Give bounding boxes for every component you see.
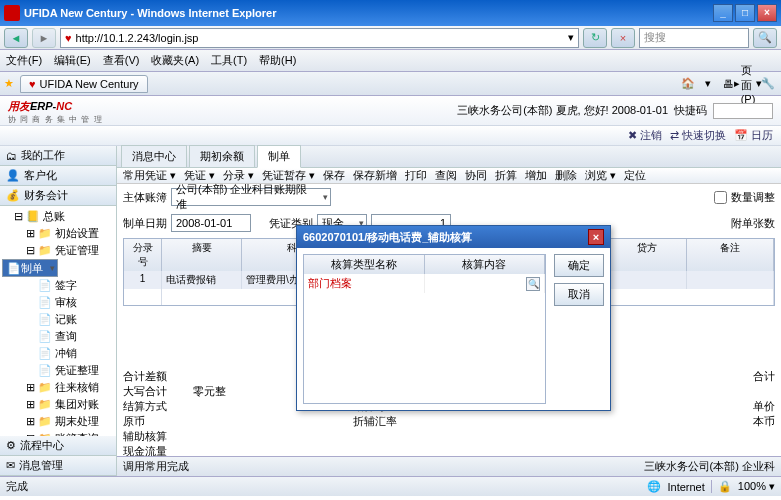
tree-arap[interactable]: ⊞ 📁 往来核销 xyxy=(2,379,114,396)
erp-header: 用友ERP-NC 协 同 商 务 集 中 管 理 三峡水务公司(本部) 夏虎, … xyxy=(0,96,781,126)
aux-dialog: 6602070101/移动电话费_辅助核算 × 核算类型名称 核算内容 部门档案… xyxy=(296,225,611,411)
dlg-lookup-icon[interactable]: 🔍 xyxy=(526,277,540,291)
close-button[interactable]: × xyxy=(757,4,777,22)
tree-reverse[interactable]: 📄 冲销 xyxy=(2,345,114,362)
content-statusbar: 调用常用完成 三峡水务公司(本部) 企业科 xyxy=(117,456,781,476)
tree-gl[interactable]: ⊟ 📒 总账 xyxy=(2,208,114,225)
menu-view[interactable]: 查看(V) xyxy=(103,53,140,68)
tree-voucher-mgmt[interactable]: ⊟ 📁 凭证管理 xyxy=(2,242,114,259)
tb-print[interactable]: 打印 xyxy=(405,168,427,183)
status-text: 完成 xyxy=(6,479,28,494)
dialog-titlebar[interactable]: 6602070101/移动电话费_辅助核算 × xyxy=(297,226,610,248)
menu-file[interactable]: 文件(F) xyxy=(6,53,42,68)
dlg-col1: 核算类型名称 xyxy=(304,255,425,274)
browser-tab[interactable]: ♥ UFIDA New Century xyxy=(20,75,148,93)
tree-query[interactable]: 📄 查询 xyxy=(2,328,114,345)
fav-icon[interactable]: ★ xyxy=(4,77,14,90)
feed-icon[interactable]: ▾ xyxy=(699,75,717,93)
qty-checkbox[interactable] xyxy=(714,191,727,204)
qty-label: 数量调整 xyxy=(731,190,775,205)
tb-tempsave[interactable]: 凭证暂存 ▾ xyxy=(262,168,315,183)
tab-voucher[interactable]: 制单 xyxy=(257,145,301,168)
ie-statusbar: 完成 🌐 Internet 🔒 100% ▾ xyxy=(0,476,781,496)
search-go-button[interactable]: 🔍 xyxy=(753,28,777,48)
dialog-ok-button[interactable]: 确定 xyxy=(554,254,604,277)
maximize-button[interactable]: □ xyxy=(735,4,755,22)
sidebar-group-process[interactable]: ⚙ 流程中心 xyxy=(0,436,116,456)
tab-msgcenter[interactable]: 消息中心 xyxy=(121,145,187,167)
search-input[interactable]: 搜搜 xyxy=(639,28,749,48)
tb-savenew[interactable]: 保存新增 xyxy=(353,168,397,183)
dialog-close-button[interactable]: × xyxy=(588,229,604,245)
tb-delete[interactable]: 删除 xyxy=(555,168,577,183)
date-field[interactable]: 2008-01-01 xyxy=(171,214,251,232)
url-input[interactable]: ♥ http://10.1.2.243/login.jsp ▾ xyxy=(60,28,579,48)
switch-link[interactable]: ⇄ 快速切换 xyxy=(670,128,726,143)
erp-logo: 用友ERP-NC xyxy=(8,97,103,114)
tab-favicon-icon: ♥ xyxy=(29,78,36,90)
tb-voucher[interactable]: 凭证 ▾ xyxy=(184,168,215,183)
tree-cleanup[interactable]: 📄 凭证整理 xyxy=(2,362,114,379)
window-title: UFIDA New Century - Windows Internet Exp… xyxy=(24,7,277,19)
sidebar-group-message[interactable]: ✉ 消息管理 xyxy=(0,456,116,476)
filter-row1: 主体账簿 公司(本部) 企业科目账期限准 数量调整 xyxy=(117,184,781,210)
net-label: Internet xyxy=(667,481,704,493)
logo-subtitle: 协 同 商 务 集 中 管 理 xyxy=(8,114,103,125)
minimize-button[interactable]: _ xyxy=(713,4,733,22)
dialog-title: 6602070101/移动电话费_辅助核算 xyxy=(303,230,472,245)
nav-tree: ⊟ 📒 总账 ⊞ 📁 初始设置 ⊟ 📁 凭证管理 📄 制单 📄 签字 📄 审核 … xyxy=(0,206,116,436)
sidebar-group-mywork[interactable]: 🗂 我的工作 xyxy=(0,146,116,166)
window-titlebar: UFIDA New Century - Windows Internet Exp… xyxy=(0,0,781,26)
net-icon: 🌐 xyxy=(647,480,661,493)
tb-add[interactable]: 增加 xyxy=(525,168,547,183)
tree-post[interactable]: 📄 记账 xyxy=(2,311,114,328)
tree-group-recon[interactable]: ⊞ 📁 集团对账 xyxy=(2,396,114,413)
sidebar-group-finance[interactable]: 💰 财务会计 xyxy=(0,186,116,206)
refresh-button[interactable]: ↻ xyxy=(583,28,607,48)
tb-browse[interactable]: 浏览 ▾ xyxy=(585,168,616,183)
tb-entry[interactable]: 分录 ▾ xyxy=(223,168,254,183)
logoff-link[interactable]: ✖ 注销 xyxy=(628,128,662,143)
home-icon[interactable]: 🏠 xyxy=(679,75,697,93)
content-tabs: 消息中心 期初余额 制单 xyxy=(117,146,781,168)
tree-create-voucher[interactable]: 📄 制单 xyxy=(2,259,58,277)
sidebar-group-customer[interactable]: 👤 客户化 xyxy=(0,166,116,186)
dialog-table: 核算类型名称 核算内容 部门档案 🔍 xyxy=(303,254,546,404)
menu-edit[interactable]: 编辑(E) xyxy=(54,53,91,68)
tb-collab[interactable]: 协同 xyxy=(465,168,487,183)
browser-navbar: ◄ ► ♥ http://10.1.2.243/login.jsp ▾ ↻ × … xyxy=(0,26,781,50)
page-menu[interactable]: ▸ 页面(P) ▾ xyxy=(739,75,757,93)
menu-fav[interactable]: 收藏夹(A) xyxy=(151,53,199,68)
forward-button[interactable]: ► xyxy=(32,28,56,48)
zhuti-select[interactable]: 公司(本部) 企业科目账期限准 xyxy=(171,188,331,206)
favicon-icon: ♥ xyxy=(65,32,72,44)
zhuti-label: 主体账簿 xyxy=(123,190,167,205)
calendar-link[interactable]: 📅 日历 xyxy=(734,128,773,143)
tab-opening[interactable]: 期初余额 xyxy=(189,145,255,167)
quickcode-label: 快捷码 xyxy=(674,103,707,118)
tree-periodend[interactable]: ⊞ 📁 期末处理 xyxy=(2,413,114,430)
tree-sign[interactable]: 📄 签字 xyxy=(2,277,114,294)
dlg-cell-type: 部门档案 xyxy=(304,274,425,293)
tb-view[interactable]: 查阅 xyxy=(435,168,457,183)
browser-tabbar: ★ ♥ UFIDA New Century 🏠 ▾ 🖶 ▸ 页面(P) ▾ 🔧 xyxy=(0,72,781,96)
footright: 三峡水务公司(本部) 企业科 xyxy=(644,459,775,474)
tools-icon[interactable]: 🔧 xyxy=(759,75,777,93)
tree-audit[interactable]: 📄 审核 xyxy=(2,294,114,311)
tb-convert[interactable]: 折算 xyxy=(495,168,517,183)
attach-label: 附单张数 xyxy=(731,216,775,231)
tb-locate[interactable]: 定位 xyxy=(624,168,646,183)
menu-help[interactable]: 帮助(H) xyxy=(259,53,296,68)
menu-tools[interactable]: 工具(T) xyxy=(211,53,247,68)
date-label: 制单日期 xyxy=(123,216,167,231)
erp-subheader: ✖ 注销 ⇄ 快速切换 📅 日历 xyxy=(0,126,781,146)
quickcode-input[interactable] xyxy=(713,103,773,119)
back-button[interactable]: ◄ xyxy=(4,28,28,48)
dialog-cancel-button[interactable]: 取消 xyxy=(554,283,604,306)
footline: 调用常用完成 xyxy=(123,459,189,474)
tb-save[interactable]: 保存 xyxy=(323,168,345,183)
stop-button[interactable]: × xyxy=(611,28,635,48)
tree-init[interactable]: ⊞ 📁 初始设置 xyxy=(2,225,114,242)
dialog-row[interactable]: 部门档案 🔍 xyxy=(304,274,545,293)
tb-common[interactable]: 常用凭证 ▾ xyxy=(123,168,176,183)
